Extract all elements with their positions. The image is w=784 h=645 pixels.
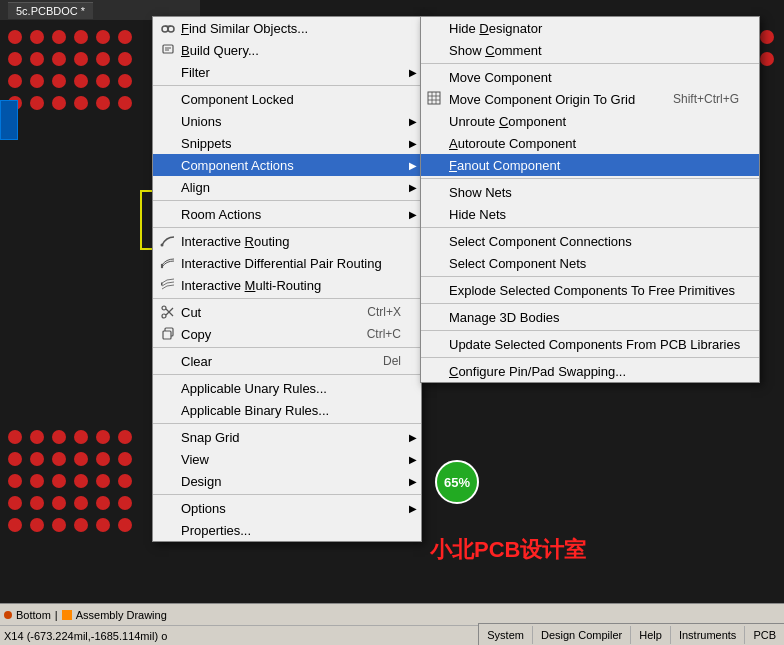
menu-label-rest: View bbox=[181, 452, 209, 467]
menu-item-align[interactable]: Align ▶ bbox=[153, 176, 421, 198]
menu-label-rest: Properties... bbox=[181, 523, 251, 538]
menu-item-snap-grid[interactable]: Snap Grid ▶ bbox=[153, 426, 421, 448]
submenu-label: Move Component Origin To Grid bbox=[449, 92, 635, 107]
submenu-shortcut: Shift+Ctrl+G bbox=[663, 92, 739, 106]
title-tab[interactable]: 5c.PCBDOC * bbox=[8, 2, 93, 19]
pcb-dot bbox=[760, 30, 774, 44]
submenu-item-select-connections[interactable]: Select Component Connections bbox=[421, 230, 759, 252]
menu-item-properties[interactable]: Properties... bbox=[153, 519, 421, 541]
submenu-item-hide-nets[interactable]: Hide Nets bbox=[421, 203, 759, 225]
submenu-item-configure-pin-pad[interactable]: Configure Pin/Pad Swapping... bbox=[421, 360, 759, 382]
pcb-dot bbox=[96, 430, 110, 444]
submenu-item-autoroute-component[interactable]: Autoroute Component bbox=[421, 132, 759, 154]
tab-design-compiler[interactable]: Design Compiler bbox=[533, 626, 631, 644]
menu-item-component-locked[interactable]: Component Locked bbox=[153, 88, 421, 110]
pcb-dot bbox=[52, 74, 66, 88]
menu-label-rest: uild Query... bbox=[190, 43, 259, 58]
submenu-item-explode[interactable]: Explode Selected Components To Free Prim… bbox=[421, 279, 759, 301]
submenu-item-manage-3d[interactable]: Manage 3D Bodies bbox=[421, 306, 759, 328]
submenu-item-hide-designator[interactable]: Hide Designator bbox=[421, 17, 759, 39]
menu-item-options[interactable]: Options ▶ bbox=[153, 497, 421, 519]
scissors-icon bbox=[159, 303, 177, 321]
menu-separator bbox=[153, 298, 421, 299]
multi-routing-icon bbox=[159, 276, 177, 294]
progress-badge: 65% bbox=[435, 460, 479, 504]
menu-item-design[interactable]: Design ▶ bbox=[153, 470, 421, 492]
submenu-item-update-from-libs[interactable]: Update Selected Components From PCB Libr… bbox=[421, 333, 759, 355]
submenu-item-show-comment[interactable]: Show Comment bbox=[421, 39, 759, 61]
assembly-bar: Bottom | Assembly Drawing bbox=[0, 604, 784, 625]
pcb-dot bbox=[74, 452, 88, 466]
menu-item-find-similar[interactable]: Find Similar Objects... bbox=[153, 17, 421, 39]
menu-item-filter[interactable]: Filter ▶ bbox=[153, 61, 421, 83]
context-menu: Find Similar Objects... Build Query... F… bbox=[152, 16, 422, 542]
pcb-dot bbox=[118, 452, 132, 466]
submenu-label: Select Component Connections bbox=[449, 234, 632, 249]
menu-item-copy[interactable]: Copy Ctrl+C bbox=[153, 323, 421, 345]
pcb-dot bbox=[118, 518, 132, 532]
menu-item-clear[interactable]: Clear Del bbox=[153, 350, 421, 372]
submenu-separator bbox=[421, 330, 759, 331]
menu-item-component-actions[interactable]: Component Actions ▶ bbox=[153, 154, 421, 176]
submenu-arrow: ▶ bbox=[409, 454, 417, 465]
submenu-label: Configure Pin/Pad Swapping... bbox=[449, 364, 626, 379]
submenu-arrow: ▶ bbox=[409, 160, 417, 171]
menu-item-interactive-routing[interactable]: Interactive Routing bbox=[153, 230, 421, 252]
svg-point-1 bbox=[168, 26, 174, 32]
pcb-dot bbox=[74, 430, 88, 444]
menu-item-build-query[interactable]: Build Query... bbox=[153, 39, 421, 61]
menu-label-rest: Component Actions bbox=[181, 158, 294, 173]
menu-label-rest: Applicable Unary Rules... bbox=[181, 381, 327, 396]
tab-pcb[interactable]: PCB bbox=[745, 626, 784, 644]
submenu-separator bbox=[421, 276, 759, 277]
tab-system[interactable]: System bbox=[479, 626, 533, 644]
submenu-item-fanout-component[interactable]: Fanout Component bbox=[421, 154, 759, 176]
menu-item-room-actions[interactable]: Room Actions ▶ bbox=[153, 203, 421, 225]
menu-separator bbox=[153, 347, 421, 348]
tab-help[interactable]: Help bbox=[631, 626, 671, 644]
pipe-separator: | bbox=[55, 609, 58, 621]
menu-label-rest: Cut bbox=[181, 305, 201, 320]
submenu-arrow: ▶ bbox=[409, 209, 417, 220]
pcb-dot bbox=[30, 496, 44, 510]
menu-item-interactive-multi[interactable]: Interactive Multi-Routing bbox=[153, 274, 421, 296]
submenu-arrow: ▶ bbox=[409, 67, 417, 78]
menu-item-interactive-diff-pair[interactable]: Interactive Differential Pair Routing bbox=[153, 252, 421, 274]
pcb-dot bbox=[118, 496, 132, 510]
pcb-dot bbox=[8, 430, 22, 444]
pcb-dot bbox=[118, 52, 132, 66]
svg-rect-4 bbox=[163, 45, 173, 53]
svg-point-7 bbox=[161, 244, 164, 247]
submenu-label: Show Nets bbox=[449, 185, 512, 200]
pcb-dot bbox=[8, 474, 22, 488]
pcb-dot bbox=[118, 474, 132, 488]
menu-item-view[interactable]: View ▶ bbox=[153, 448, 421, 470]
submenu-label: Explode Selected Components To Free Prim… bbox=[449, 283, 735, 298]
submenu-item-unroute-component[interactable]: Unroute Component bbox=[421, 110, 759, 132]
menu-label-rest: Design bbox=[181, 474, 221, 489]
menu-separator bbox=[153, 374, 421, 375]
menu-label-rest: Interactive Differential Pair Routing bbox=[181, 256, 382, 271]
pcb-dot bbox=[118, 96, 132, 110]
submenu-item-select-nets[interactable]: Select Component Nets bbox=[421, 252, 759, 274]
submenu-item-move-component[interactable]: Move Component bbox=[421, 66, 759, 88]
submenu-separator bbox=[421, 227, 759, 228]
menu-item-cut[interactable]: Cut Ctrl+X bbox=[153, 301, 421, 323]
assembly-color-box bbox=[62, 610, 72, 620]
pcb-dot bbox=[52, 496, 66, 510]
pcb-dot bbox=[30, 518, 44, 532]
menu-label-rest: Unions bbox=[181, 114, 221, 129]
menu-item-snippets[interactable]: Snippets ▶ bbox=[153, 132, 421, 154]
menu-separator bbox=[153, 85, 421, 86]
submenu-item-move-origin-to-grid[interactable]: Move Component Origin To Grid Shift+Ctrl… bbox=[421, 88, 759, 110]
menu-item-unary-rules[interactable]: Applicable Unary Rules... bbox=[153, 377, 421, 399]
pcb-dot bbox=[30, 474, 44, 488]
menu-item-binary-rules[interactable]: Applicable Binary Rules... bbox=[153, 399, 421, 421]
menu-separator bbox=[153, 423, 421, 424]
menu-separator bbox=[153, 200, 421, 201]
submenu-item-show-nets[interactable]: Show Nets bbox=[421, 181, 759, 203]
submenu-label: Manage 3D Bodies bbox=[449, 310, 560, 325]
tab-instruments[interactable]: Instruments bbox=[671, 626, 745, 644]
menu-item-unions[interactable]: Unions ▶ bbox=[153, 110, 421, 132]
pcb-dot bbox=[30, 452, 44, 466]
